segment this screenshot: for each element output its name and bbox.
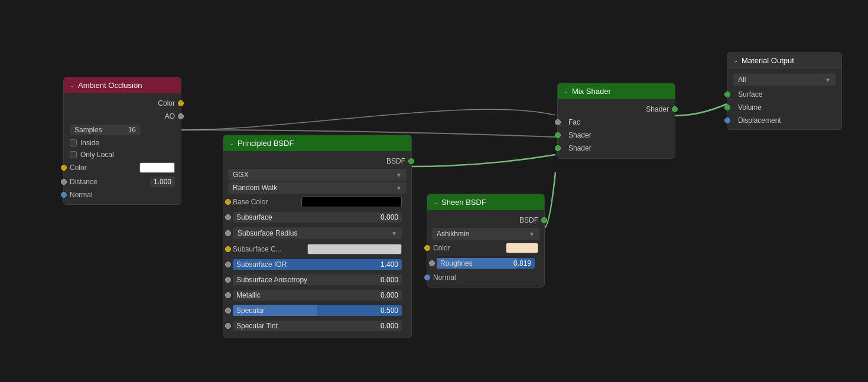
pbsdf-specular-tint-label: Specular Tint [236, 322, 381, 330]
sheen-roughness-row: Roughnes 0.819 [432, 256, 539, 270]
pbsdf-ggx-dropdown[interactable]: GGX ▼ [228, 169, 407, 181]
pbsdf-ggx-arrow-icon: ▼ [396, 172, 402, 178]
matout-title: Material Output [742, 56, 794, 65]
pbsdf-subsurface-c-socket[interactable] [225, 246, 231, 252]
matout-volume-row: Volume [727, 101, 841, 114]
matout-surface-row: Surface [727, 88, 841, 101]
pbsdf-node-header[interactable]: ⌄ Principled BSDF [223, 135, 411, 151]
sheen-bsdf-out-socket[interactable] [541, 217, 547, 223]
mix-fac-label: Fac [568, 118, 580, 126]
pbsdf-rw-arrow-icon: ▼ [396, 185, 402, 191]
ao-samples-label: Samples [74, 126, 102, 134]
sheen-color-row: Color [427, 241, 544, 255]
mix-shader-title: Mix Shader [572, 87, 611, 96]
mix-shader2-label: Shader [568, 144, 591, 152]
matout-dropdown-value: All [738, 76, 825, 84]
matout-volume-label: Volume [738, 103, 762, 112]
pbsdf-base-color-row: Base Color [228, 195, 407, 209]
sheen-color-socket[interactable] [424, 245, 430, 251]
matout-dropdown[interactable]: All ▼ [733, 74, 836, 86]
pbsdf-bsdf-out-label: BSDF [386, 157, 405, 165]
pbsdf-metallic-field[interactable]: Metallic 0.000 [233, 290, 402, 301]
pbsdf-subsurface-anisotropy-row: Subsurface Anisotropy 0.000 [228, 273, 407, 287]
pbsdf-subsurface-ior-label: Subsurface IOR [236, 260, 381, 269]
pbsdf-rw-label: Random Walk [233, 184, 396, 192]
sheen-bsdf-output-row: BSDF [427, 214, 544, 227]
ao-inside-label: Inside [80, 139, 99, 147]
sheen-roughness-value: 0.819 [513, 259, 531, 267]
matout-displacement-socket[interactable] [724, 117, 730, 123]
pbsdf-subsurface-field[interactable]: Subsurface 0.000 [233, 212, 402, 223]
pbsdf-base-color-socket[interactable] [225, 199, 231, 205]
pbsdf-base-color-swatch[interactable] [301, 197, 402, 207]
ao-normal-socket[interactable] [61, 192, 67, 198]
pbsdf-specular-socket[interactable] [225, 308, 231, 314]
ao-node-header[interactable]: ⌄ Ambient Occlusion [64, 77, 181, 93]
sheen-color-swatch[interactable] [506, 243, 538, 253]
pbsdf-specular-value: 0.500 [381, 306, 398, 315]
pbsdf-specular-tint-value: 0.000 [381, 322, 398, 330]
matout-volume-socket[interactable] [724, 105, 730, 110]
pbsdf-random-walk-dropdown[interactable]: Random Walk ▼ [228, 182, 407, 194]
mix-shader-out-socket[interactable] [672, 106, 678, 112]
sheen-normal-row: Normal [427, 272, 544, 283]
sheen-roughness-socket[interactable] [429, 260, 435, 266]
pbsdf-subsurface-anisotropy-value: 0.000 [381, 276, 398, 284]
pbsdf-subsurface-anisotropy-field[interactable]: Subsurface Anisotropy 0.000 [233, 275, 402, 285]
pbsdf-subsurface-socket[interactable] [225, 214, 231, 220]
ao-distance-socket[interactable] [61, 179, 67, 185]
pbsdf-metallic-socket[interactable] [225, 292, 231, 298]
ao-distance-value[interactable]: 1.000 [150, 177, 175, 187]
mix-shader1-socket[interactable] [555, 132, 561, 138]
ao-node-title: Ambient Occlusion [78, 81, 142, 90]
ao-only-local-checkbox[interactable] [70, 151, 77, 158]
pbsdf-specular-tint-row: Specular Tint 0.000 [228, 319, 407, 333]
ambient-occlusion-node: ⌄ Ambient Occlusion Color AO Samples 16 … [63, 77, 181, 205]
pbsdf-chevron-icon: ⌄ [229, 140, 234, 146]
pbsdf-subsurface-radius-dropdown[interactable]: Subsurface Radius ▼ [233, 227, 402, 239]
sheen-ashikhmin-dropdown[interactable]: Ashikhmin ▼ [432, 228, 539, 240]
sheen-chevron-icon: ⌄ [433, 199, 438, 205]
mix-shader-body: Shader Fac Shader Shader [558, 99, 675, 158]
pbsdf-metallic-label: Metallic [236, 291, 381, 299]
ao-ao-socket[interactable] [178, 113, 184, 119]
mix-shader-out-label: Shader [646, 105, 669, 113]
pbsdf-bsdf-socket[interactable] [408, 158, 414, 164]
pbsdf-subsurface-radius-socket[interactable] [225, 230, 231, 236]
principled-bsdf-node: ⌄ Principled BSDF BSDF GGX ▼ Random Walk… [223, 135, 412, 338]
pbsdf-subsurface-anisotropy-label: Subsurface Anisotropy [236, 276, 381, 284]
matout-surface-label: Surface [738, 90, 762, 99]
pbsdf-subsurface-ior-socket[interactable] [225, 262, 231, 267]
sheen-normal-socket[interactable] [424, 275, 430, 280]
pbsdf-subsurface-ior-field[interactable]: Subsurface IOR 1.400 [233, 259, 402, 270]
sheen-roughness-field[interactable]: Roughnes 0.819 [437, 258, 535, 269]
pbsdf-specular-field[interactable]: Specular 0.500 [233, 305, 402, 316]
mix-shader2-socket[interactable] [555, 145, 561, 151]
sheen-bsdf-header[interactable]: ⌄ Sheen BSDF [427, 194, 544, 210]
pbsdf-subsurface-anisotropy-socket[interactable] [225, 277, 231, 283]
pbsdf-specular-tint-field[interactable]: Specular Tint 0.000 [233, 321, 402, 331]
ao-color-out-label: Color [158, 99, 175, 107]
pbsdf-subsurface-color-row: Subsurface C... [228, 242, 407, 256]
ao-inside-checkbox[interactable] [70, 139, 77, 146]
mix-fac-row: Fac [558, 116, 675, 129]
matout-displacement-row: Displacement [727, 114, 841, 127]
sheen-ashikhmin-arrow-icon: ▼ [529, 231, 535, 237]
pbsdf-subsurface-row: Subsurface 0.000 [228, 210, 407, 224]
mix-fac-socket[interactable] [555, 119, 561, 125]
ao-color-in-socket[interactable] [61, 165, 67, 171]
ao-inside-row: Inside [64, 137, 181, 149]
matout-header[interactable]: ⌄ Material Output [727, 53, 841, 69]
material-output-node: ⌄ Material Output All ▼ Surface Volume D… [727, 52, 842, 130]
ao-color-socket[interactable] [178, 100, 184, 106]
matout-surface-socket[interactable] [724, 92, 730, 97]
pbsdf-subsurface-c-swatch[interactable] [307, 244, 402, 254]
pbsdf-specular-tint-socket[interactable] [225, 323, 231, 329]
ao-samples-field[interactable]: Samples 16 [70, 125, 141, 135]
ao-color-swatch[interactable] [139, 162, 175, 173]
pbsdf-specular-label: Specular [236, 306, 381, 315]
sheen-bsdf-node: ⌄ Sheen BSDF BSDF Ashikhmin ▼ Color Roug… [427, 194, 545, 288]
pbsdf-specular-row: Specular 0.500 [228, 303, 407, 318]
mix-shader-header[interactable]: ⌄ Mix Shader [558, 83, 675, 99]
pbsdf-subsurface-label: Subsurface [236, 213, 381, 221]
